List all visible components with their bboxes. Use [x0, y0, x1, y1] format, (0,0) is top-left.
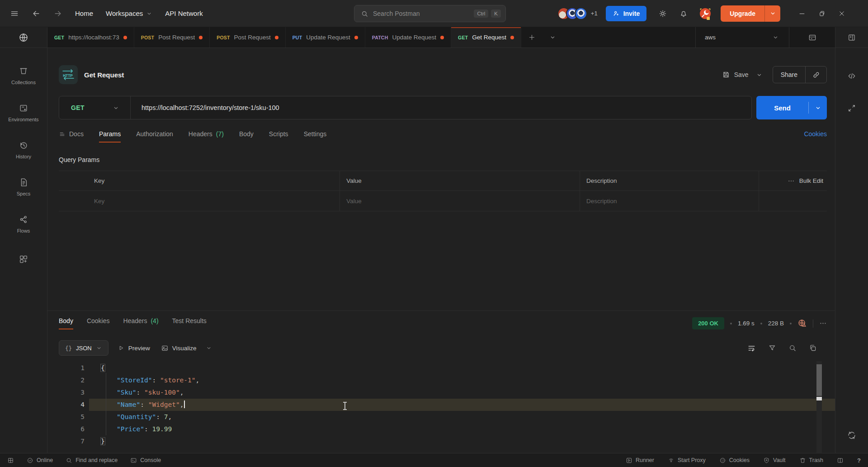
request-tab-scripts[interactable]: Scripts — [269, 130, 288, 143]
request-tab-params[interactable]: Params — [99, 130, 121, 143]
open-request-tab[interactable]: PUTUpdate Request — [286, 27, 365, 48]
bulk-edit-button[interactable]: Bulk Edit — [759, 171, 827, 191]
code-line[interactable]: 7} — [47, 435, 835, 448]
sidebar-item-collections[interactable]: Collections — [0, 57, 47, 94]
bell-icon[interactable] — [679, 9, 688, 18]
back-icon[interactable] — [32, 9, 41, 18]
open-request-tab[interactable]: POSTPost Request — [134, 27, 210, 48]
nav-workspaces[interactable]: Workspaces — [106, 10, 152, 17]
copy-icon[interactable] — [809, 344, 817, 352]
upgrade-button[interactable]: Upgrade — [721, 5, 780, 22]
code-snippet-icon[interactable] — [847, 71, 856, 81]
response-size[interactable]: 228 B — [768, 320, 784, 327]
code-line[interactable]: 1{ — [47, 362, 835, 374]
send-button[interactable]: Send — [756, 96, 827, 119]
workspace-globe-icon[interactable] — [0, 27, 47, 48]
response-more-options-icon[interactable] — [819, 319, 827, 327]
scrollbar-track[interactable] — [816, 361, 822, 453]
open-request-tab[interactable]: GETGet Request — [451, 27, 521, 48]
response-format-dropdown[interactable]: {} JSON — [59, 340, 108, 356]
code-line[interactable]: 2 "StoreId": "store-1", — [47, 374, 835, 386]
response-tab-body[interactable]: Body — [59, 317, 73, 329]
response-splitter[interactable] — [47, 310, 835, 311]
visualize-chevron-icon[interactable] — [206, 345, 212, 351]
response-tab-headers[interactable]: Headers (4) — [123, 317, 159, 329]
statusbar-item-grid[interactable] — [7, 457, 14, 464]
preview-label: Preview — [128, 345, 150, 352]
sidebar-item-flows[interactable]: Flows — [0, 205, 47, 243]
request-tab-authorization[interactable]: Authorization — [136, 130, 173, 143]
statusbar-item-runner[interactable]: Runner — [626, 457, 654, 464]
nav-api-network[interactable]: API Network — [165, 10, 203, 17]
avatar-overflow-count[interactable]: +1 — [591, 10, 598, 17]
code-line[interactable]: 3 "Sku": "sku-100", — [47, 386, 835, 399]
environment-selector[interactable]: aws — [695, 27, 789, 48]
sidebar-item-environments[interactable]: Environments — [0, 94, 47, 131]
open-request-tab[interactable]: GEThttps://localhost:73 — [47, 27, 134, 48]
response-body-editor[interactable]: 1{2 "StoreId": "store-1",3 "Sku": "sku-1… — [47, 361, 835, 453]
nav-home[interactable]: Home — [75, 10, 93, 17]
method-selector[interactable]: GET — [59, 104, 130, 111]
statusbar-item-console[interactable]: Console — [130, 457, 161, 464]
response-tab-test-results[interactable]: Test Results — [172, 317, 207, 329]
search-response-icon[interactable] — [788, 344, 797, 352]
statusbar-item-vault[interactable]: Vault — [763, 457, 786, 464]
add-module-icon[interactable] — [0, 254, 47, 264]
code-line[interactable]: 6 "Price": 19.99 — [47, 423, 835, 435]
request-tab-docs[interactable]: Docs — [59, 130, 84, 143]
key-input[interactable]: Key — [86, 191, 340, 211]
forward-icon[interactable] — [53, 9, 62, 18]
statusbar-item-cookies[interactable]: Cookies — [719, 457, 750, 464]
gear-icon[interactable] — [658, 9, 667, 18]
tab-list-chevron-icon[interactable] — [542, 27, 563, 48]
sidebar-item-specs[interactable]: Specs — [0, 168, 47, 205]
wrap-text-icon[interactable] — [747, 344, 756, 353]
value-input[interactable]: Value — [340, 191, 580, 211]
close-icon[interactable] — [832, 5, 852, 23]
code-line[interactable]: 4 "Name": "Widget", — [47, 399, 835, 411]
visualize-button[interactable]: Visualize — [159, 344, 198, 352]
save-options-chevron-icon[interactable] — [756, 71, 763, 78]
main-menu-icon[interactable] — [10, 9, 19, 18]
postman-logo[interactable] — [698, 6, 712, 21]
send-options-chevron-icon[interactable] — [809, 105, 827, 111]
minimize-icon[interactable] — [792, 5, 812, 23]
restore-icon[interactable] — [812, 5, 832, 23]
code-line[interactable]: 5 "Quantity": 7, — [47, 411, 835, 423]
avatar[interactable] — [575, 7, 587, 20]
statusbar-item-trash[interactable]: Trash — [799, 457, 824, 464]
url-input[interactable]: https://localhost:7252/inventory/store-1… — [131, 104, 279, 111]
open-request-tab[interactable]: PATCHUpdate Request — [365, 27, 451, 48]
statusbar-item-start-proxy[interactable]: Start Proxy — [668, 457, 706, 464]
statusbar-item-find-and-replace[interactable]: Find and replace — [66, 457, 118, 464]
response-tab-cookies[interactable]: Cookies — [87, 317, 110, 329]
upgrade-chevron-icon[interactable] — [765, 10, 780, 17]
invite-button[interactable]: Invite — [606, 6, 647, 21]
request-tab-body[interactable]: Body — [239, 130, 254, 143]
cookies-link[interactable]: Cookies — [804, 130, 827, 143]
statusbar-item-columns[interactable] — [837, 457, 844, 464]
network-warning-icon[interactable] — [797, 319, 807, 328]
open-request-tab[interactable]: POSTPost Request — [210, 27, 285, 48]
sidebar-item-history[interactable]: History — [0, 131, 47, 168]
sidebar-panel-icon[interactable] — [835, 27, 868, 48]
request-tab-settings[interactable]: Settings — [304, 130, 327, 143]
scrollbar-thumb[interactable] — [816, 364, 822, 396]
request-tab-headers[interactable]: Headers (7) — [189, 130, 224, 143]
search-input[interactable]: Search Postman Ctrl K — [354, 5, 506, 22]
filter-icon[interactable] — [768, 344, 776, 352]
description-input[interactable]: Description — [580, 191, 759, 211]
statusbar-item-online[interactable]: Online — [27, 457, 53, 464]
preview-button[interactable]: Preview — [116, 344, 152, 352]
statusbar-item-help[interactable]: ? — [857, 457, 861, 464]
response-time[interactable]: 1.69 s — [738, 320, 755, 327]
environment-quicklook-icon[interactable] — [789, 27, 835, 48]
sync-status-icon[interactable] — [847, 430, 857, 440]
new-tab-button[interactable] — [521, 27, 542, 48]
status-badge[interactable]: 200 OK — [692, 317, 724, 329]
expand-pane-icon[interactable] — [847, 104, 856, 113]
save-button[interactable]: Save — [722, 71, 749, 79]
copy-link-icon[interactable] — [806, 67, 826, 83]
share-button[interactable]: Share — [773, 71, 805, 78]
line-number: 4 — [47, 399, 89, 411]
